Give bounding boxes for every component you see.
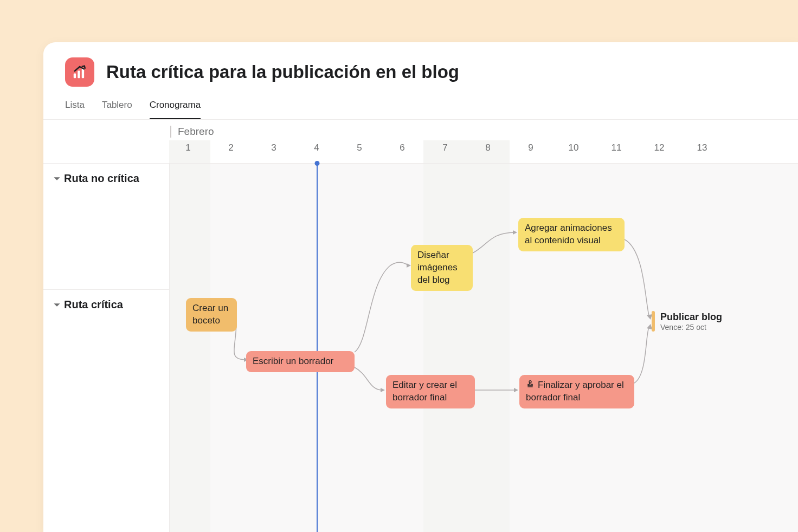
tab-list[interactable]: Lista bbox=[65, 100, 85, 119]
svg-point-10 bbox=[529, 381, 531, 383]
day-7: 7 bbox=[442, 142, 447, 153]
milestone-due: Vence: 25 oct bbox=[660, 323, 722, 332]
timeline-body[interactable]: Ruta no crítica Ruta crítica bbox=[43, 163, 798, 532]
section-divider bbox=[43, 289, 169, 290]
timeline-grid[interactable] bbox=[169, 164, 798, 532]
task-design[interactable]: Diseñar imágenes del blog bbox=[411, 245, 473, 291]
milestone-publish[interactable]: Publicar blog Vence: 25 oct bbox=[652, 311, 722, 332]
task-sketch[interactable]: Crear un boceto bbox=[186, 298, 237, 332]
day-2: 2 bbox=[228, 142, 233, 153]
task-draft[interactable]: Escribir un borrador bbox=[246, 351, 355, 372]
day-1: 1 bbox=[185, 142, 190, 153]
day-8: 8 bbox=[485, 142, 490, 153]
timeline-header: Febrero 1 2 3 4 5 6 7 8 9 10 11 12 13 bbox=[43, 120, 798, 163]
day-5: 5 bbox=[357, 142, 362, 153]
section-noncritical-label: Ruta no crítica bbox=[64, 172, 139, 185]
day-11: 11 bbox=[612, 142, 622, 153]
milestone-title: Publicar blog bbox=[660, 312, 722, 323]
day-12: 12 bbox=[654, 142, 665, 153]
timeline-days: 1 2 3 4 5 6 7 8 9 10 11 12 13 bbox=[43, 142, 798, 159]
svg-rect-0 bbox=[74, 74, 76, 79]
stamp-icon bbox=[526, 379, 535, 392]
chevron-down-icon bbox=[53, 175, 61, 183]
day-3: 3 bbox=[271, 142, 276, 153]
milestone-bar bbox=[652, 311, 655, 332]
today-line bbox=[317, 164, 318, 532]
day-9: 9 bbox=[528, 142, 533, 153]
today-marker bbox=[314, 161, 319, 166]
day-13: 13 bbox=[697, 142, 707, 153]
task-finalize-label: Finalizar y aprobar el borrador final bbox=[526, 380, 624, 403]
day-4: 4 bbox=[314, 142, 319, 153]
chevron-down-icon bbox=[53, 301, 61, 309]
tab-board[interactable]: Tablero bbox=[102, 100, 132, 119]
section-critical-label: Ruta crítica bbox=[64, 299, 123, 311]
task-edit[interactable]: Editar y crear el borrador final bbox=[386, 375, 475, 408]
task-animate[interactable]: Agregar animaciones al contenido visual bbox=[518, 218, 625, 251]
section-critical[interactable]: Ruta crítica bbox=[53, 299, 123, 311]
project-chart-icon bbox=[65, 57, 94, 87]
month-label: Febrero bbox=[170, 126, 214, 138]
section-noncritical[interactable]: Ruta no crítica bbox=[53, 172, 139, 185]
day-6: 6 bbox=[400, 142, 404, 153]
tab-timeline[interactable]: Cronograma bbox=[150, 100, 201, 119]
view-tabs: Lista Tablero Cronograma bbox=[65, 100, 776, 119]
page-title: Ruta crítica para la publicación en el b… bbox=[106, 62, 459, 82]
day-10: 10 bbox=[569, 142, 579, 153]
svg-rect-1 bbox=[78, 71, 80, 79]
task-finalize[interactable]: Finalizar y aprobar el borrador final bbox=[519, 375, 634, 408]
